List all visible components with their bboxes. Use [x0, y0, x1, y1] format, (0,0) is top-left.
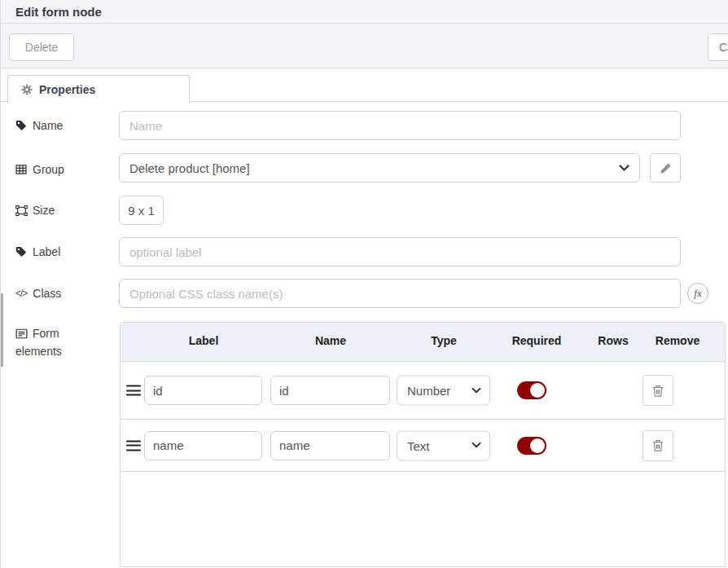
list-alt-icon — [15, 328, 27, 339]
tab-properties[interactable]: Properties — [7, 75, 190, 103]
class-input[interactable] — [119, 279, 681, 308]
edit-form-node-dialog: { "dialog": { "title": "Edit form node" … — [0, 0, 728, 568]
element-type-value: Text — [407, 438, 430, 452]
column-header-remove: Remove — [656, 334, 699, 347]
dialog-toolbar: Delete Cancel — [1, 24, 728, 68]
remove-element-button[interactable] — [642, 375, 673, 406]
gear-icon — [21, 84, 33, 95]
element-type-select[interactable]: Number — [397, 376, 490, 406]
required-toggle[interactable] — [517, 381, 546, 399]
column-header-required: Required — [512, 334, 562, 347]
tab-bar: Properties — [1, 68, 728, 102]
fx-expand-button[interactable]: fx — [687, 283, 708, 304]
table-icon — [15, 164, 27, 175]
name-input[interactable] — [119, 111, 681, 140]
size-button[interactable]: 9 x 1 — [119, 196, 164, 225]
group-select[interactable]: Delete product [home] — [119, 153, 640, 183]
column-header-name: Name — [315, 334, 346, 347]
column-header-type: Type — [431, 334, 457, 347]
group-field-label: Group — [15, 163, 64, 176]
element-name-input[interactable] — [270, 376, 390, 405]
drag-handle-icon[interactable] — [126, 440, 141, 451]
element-type-value: Number — [407, 384, 450, 398]
element-label-input[interactable] — [144, 431, 262, 460]
column-header-label: Label — [189, 334, 219, 347]
trash-icon — [651, 438, 664, 452]
pencil-icon — [660, 162, 672, 174]
remove-element-button[interactable] — [642, 430, 673, 461]
tab-properties-label: Properties — [39, 83, 95, 96]
code-icon: </> — [15, 288, 27, 299]
drag-handle-icon[interactable] — [126, 385, 141, 396]
chevron-down-icon — [471, 387, 481, 394]
table-row: Number — [121, 362, 725, 420]
required-toggle[interactable] — [517, 437, 546, 455]
group-select-value: Delete product [home] — [129, 161, 250, 175]
label-field-label: Label — [15, 245, 60, 258]
label-input[interactable] — [119, 237, 681, 266]
form-elements-label: Form — [15, 327, 59, 340]
dialog-title: Edit form node — [1, 5, 102, 19]
table-row: Text — [121, 420, 725, 472]
delete-button[interactable]: Delete — [9, 33, 74, 61]
form-elements-label-line2: elements — [15, 345, 62, 358]
element-label-input[interactable] — [144, 376, 262, 405]
trash-icon — [651, 384, 664, 398]
cancel-button[interactable]: Cancel — [708, 33, 728, 61]
edit-group-button[interactable] — [650, 153, 681, 183]
object-group-icon — [15, 205, 27, 216]
dialog-header: Edit form node — [1, 0, 728, 24]
chevron-down-icon — [471, 443, 481, 449]
element-name-input[interactable] — [270, 431, 390, 460]
chevron-down-icon — [619, 165, 629, 172]
size-field-label: Size — [15, 204, 55, 217]
element-type-select[interactable]: Text — [397, 430, 490, 460]
name-field-label: Name — [15, 119, 63, 132]
form-elements-table: Label Name Type Required Rows Remove Num… — [120, 322, 726, 567]
tag-icon — [15, 246, 27, 258]
scrollbar-thumb[interactable] — [1, 293, 3, 367]
tag-icon — [15, 120, 27, 131]
column-header-rows: Rows — [598, 334, 628, 347]
class-field-label: </> Class — [15, 287, 61, 300]
form-elements-table-header: Label Name Type Required Rows Remove — [121, 323, 725, 362]
